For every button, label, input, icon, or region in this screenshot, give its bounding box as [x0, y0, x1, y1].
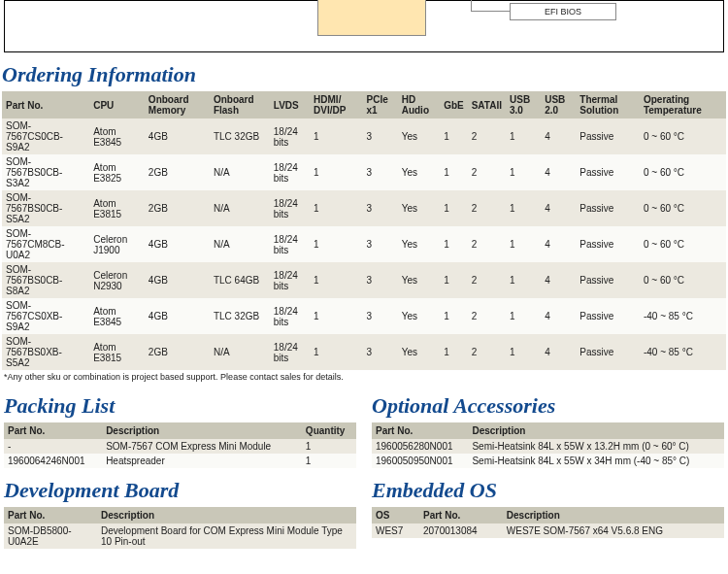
- cell: 3: [363, 334, 398, 370]
- cell: SOM-7567BS0XB-S5A2: [2, 334, 89, 370]
- cell: Atom E3815: [89, 190, 145, 226]
- cell: 18/24 bits: [270, 118, 310, 154]
- embedded-table: OSPart No.Description WES72070013084WES7…: [372, 507, 724, 538]
- cell: 1: [310, 154, 362, 190]
- cell: Heatspreader: [102, 454, 302, 468]
- cell: Passive: [576, 154, 640, 190]
- cell: 4GB: [145, 118, 210, 154]
- cell: TLC 32GB: [210, 118, 270, 154]
- cell: Atom E3815: [89, 334, 145, 370]
- cell: Atom E3825: [89, 154, 145, 190]
- cell: 18/24 bits: [270, 154, 310, 190]
- cell: 2GB: [145, 154, 210, 190]
- cell: 1: [506, 190, 541, 226]
- cell: SOM-7567BS0CB-S5A2: [2, 190, 89, 226]
- cell: Yes: [398, 154, 440, 190]
- cell: Semi-Heatsink 84L x 55W x 34H mm (-40 ~ …: [468, 454, 724, 468]
- cell: 0 ~ 60 °C: [640, 118, 726, 154]
- cell: 2: [468, 226, 506, 262]
- col-header: Description: [102, 422, 302, 439]
- cell: 1: [440, 262, 468, 298]
- packing-title: Packing List: [4, 393, 358, 419]
- cell: 1: [506, 262, 541, 298]
- cell: SOM-7567CM8CB-U0A2: [2, 226, 89, 262]
- cell: Passive: [576, 262, 640, 298]
- cell: 4: [541, 262, 576, 298]
- cell: 2: [468, 334, 506, 370]
- cell: 1: [302, 454, 356, 468]
- cell: Development Board for COM Express Mini M…: [97, 523, 356, 549]
- table-row: 1960056280N001Semi-Heatsink 84L x 55W x …: [372, 439, 724, 454]
- cell: 1: [310, 298, 362, 334]
- cell: 2GB: [145, 190, 210, 226]
- col-header: Part No.: [419, 507, 503, 523]
- cell: 4: [541, 118, 576, 154]
- table-row: SOM-7567BS0XB-S5A2Atom E38152GBN/A18/24 …: [2, 334, 726, 370]
- cell: TLC 64GB: [210, 262, 270, 298]
- cell: 18/24 bits: [270, 262, 310, 298]
- cell: SOM-DB5800-U0A2E: [4, 523, 97, 549]
- cell: 1: [440, 190, 468, 226]
- cell: 18/24 bits: [270, 226, 310, 262]
- col-header: Description: [468, 422, 724, 439]
- ordering-note: *Any other sku or combination is project…: [4, 372, 724, 382]
- cell: 4: [541, 154, 576, 190]
- col-header: HDMI/ DVI/DP: [310, 91, 362, 118]
- devboard-table: Part No.Description SOM-DB5800-U0A2EDeve…: [4, 507, 356, 549]
- cell: 1: [506, 298, 541, 334]
- cell: 2: [468, 118, 506, 154]
- cell: N/A: [210, 226, 270, 262]
- table-row: SOM-7567CM8CB-U0A2Celeron J19004GBN/A18/…: [2, 226, 726, 262]
- cell: Yes: [398, 226, 440, 262]
- cell: Atom E3845: [89, 118, 145, 154]
- cell: SOM-7567CS0CB-S9A2: [2, 118, 89, 154]
- cell: 1960056280N001: [372, 439, 468, 454]
- diagram-soc-box: [317, 0, 426, 36]
- col-header: Quantity: [302, 422, 356, 439]
- packing-table: Part No.DescriptionQuantity -SOM-7567 CO…: [4, 422, 356, 468]
- cell: 3: [363, 154, 398, 190]
- cell: 1: [506, 118, 541, 154]
- cell: Celeron J1900: [89, 226, 145, 262]
- cell: 0 ~ 60 °C: [640, 262, 726, 298]
- col-header: OS: [372, 507, 419, 523]
- col-header: Description: [503, 507, 724, 523]
- cell: 2: [468, 298, 506, 334]
- cell: SOM-7567 COM Express Mini Module: [102, 439, 302, 454]
- block-diagram: EFI BIOS: [4, 0, 724, 52]
- cell: 1: [440, 118, 468, 154]
- cell: Passive: [576, 298, 640, 334]
- col-header: USB 2.0: [541, 91, 576, 118]
- cell: 1: [506, 226, 541, 262]
- cell: Celeron N2930: [89, 262, 145, 298]
- accessories-title: Optional Accessories: [372, 393, 726, 419]
- cell: SOM-7567CS0XB-S9A2: [2, 298, 89, 334]
- diagram-efi-label: EFI BIOS: [545, 7, 581, 17]
- ordering-title: Ordering Information: [2, 62, 728, 87]
- diagram-efi-box: EFI BIOS: [510, 3, 616, 20]
- cell: N/A: [210, 154, 270, 190]
- table-row: SOM-7567BS0CB-S8A2Celeron N29304GBTLC 64…: [2, 262, 726, 298]
- embedded-title: Embedded OS: [372, 478, 726, 503]
- cell: WES7E SOM-7567 x64 V5.6.8 ENG: [503, 523, 724, 538]
- cell: 1: [506, 154, 541, 190]
- cell: 1: [310, 118, 362, 154]
- cell: 4: [541, 190, 576, 226]
- cell: Passive: [576, 226, 640, 262]
- table-row: SOM-7567CS0CB-S9A2Atom E38454GBTLC 32GB1…: [2, 118, 726, 154]
- table-row: SOM-7567BS0CB-S5A2Atom E38152GBN/A18/24 …: [2, 190, 726, 226]
- cell: TLC 32GB: [210, 298, 270, 334]
- col-header: Part No.: [372, 422, 468, 439]
- cell: SOM-7567BS0CB-S8A2: [2, 262, 89, 298]
- col-header: Part No.: [2, 91, 89, 118]
- cell: 18/24 bits: [270, 334, 310, 370]
- col-header: Operating Temperature: [640, 91, 726, 118]
- cell: WES7: [372, 523, 419, 538]
- cell: 1: [440, 334, 468, 370]
- cell: Semi-Heatsink 84L x 55W x 13.2H mm (0 ~ …: [468, 439, 724, 454]
- cell: 3: [363, 118, 398, 154]
- cell: Yes: [398, 118, 440, 154]
- cell: 1960050950N001: [372, 454, 468, 468]
- cell: SOM-7567BS0CB-S3A2: [2, 154, 89, 190]
- cell: -: [4, 439, 102, 454]
